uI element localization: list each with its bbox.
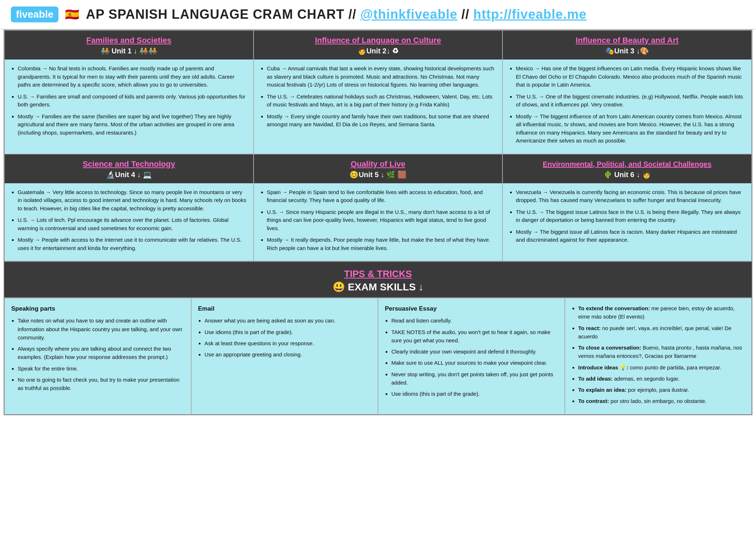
tips-grid: Speaking parts Take notes on what you ha… — [4, 298, 752, 415]
tips-speaking: Speaking parts Take notes on what you ha… — [4, 298, 191, 414]
list-item: To explain an idea: por ejemplo, para il… — [578, 386, 745, 394]
list-item: To close a conversation: Bueno, hasta pr… — [578, 343, 745, 360]
main-content-grid: Families and Societies 🧑‍🤝‍🧑 Unit 1 ↓ 🧑‍… — [4, 30, 752, 262]
list-item: Use an appropriate greeting and closing. — [205, 350, 371, 359]
website-link[interactable]: http://fiveable.me — [473, 7, 586, 22]
unit-6-header: Environmental, Political, and Societal C… — [503, 154, 751, 183]
list-item: Make sure to use ALL your sources to mak… — [391, 359, 558, 367]
list-item: Mostly → It really depends. Poor people … — [267, 236, 496, 252]
list-item: Read and listen carefully. — [391, 316, 558, 325]
unit-6-topic: Environmental, Political, and Societal C… — [543, 159, 712, 169]
unit-4-topic: Science and Technology — [83, 159, 175, 169]
logo: fiveable — [11, 6, 58, 22]
unit-3-cell: Influence of Beauty and Art 🎭Unit 3 ↓🎨 M… — [502, 30, 752, 154]
list-item: Mostly → The biggest influence of art fr… — [516, 113, 745, 145]
list-item: U.S. → Since many Hispanic people are il… — [267, 208, 496, 233]
unit-5-header: Quality of Live 😊Unit 5 ↓ 🌿 🟫 — [254, 154, 502, 183]
list-item: Answer what you are being asked as soon … — [205, 316, 371, 325]
tips-title: TIPS & TRICKS — [12, 268, 744, 280]
list-item: Speak for the entire time. — [18, 364, 184, 373]
list-item: To add ideas: ademas, en segundo lugar. — [578, 374, 745, 383]
list-item: U.S. → Families are small and composed o… — [18, 93, 247, 109]
list-item: Clearly indicate your own viewpoint and … — [391, 347, 558, 356]
twitter-handle[interactable]: @thinkfiveable — [360, 7, 457, 22]
unit-5-num: 😊Unit 5 ↓ 🌿 🟫 — [350, 170, 406, 179]
list-item: No one is going to fact check you, but t… — [18, 376, 184, 392]
list-item: Use idioms (this is part of the grade). — [205, 328, 371, 336]
list-item: To extend the conversation: me parece bi… — [578, 304, 745, 321]
list-item: TAKE NOTES of the audio, you won't get t… — [391, 328, 558, 345]
tips-email-title: Email — [198, 304, 371, 313]
list-item: The U.S. → Celebrates national holidays … — [267, 93, 496, 109]
unit-5-body: Spain → People in Spain tend to live com… — [254, 183, 502, 261]
list-item: Introduce ideas 💡: como punto de partida… — [578, 363, 745, 372]
list-item: Mostly → People with access to the inter… — [18, 236, 247, 252]
tips-header: TIPS & TRICKS 😃 EXAM SKILLS ↓ — [4, 262, 752, 298]
list-item: To contrast: por otro lado, sin embargo,… — [578, 397, 745, 405]
unit-6-cell: Environmental, Political, and Societal C… — [502, 154, 752, 262]
list-item: Ask at least three questions in your res… — [205, 339, 371, 347]
unit-2-header: Influence of Language on Culture 🧑Unit 2… — [254, 31, 502, 60]
list-item: Always specify where you are talking abo… — [18, 345, 184, 361]
unit-4-num: 🔬Unit 4 ↓ 💻 — [106, 170, 152, 179]
tips-essay: Persuasive Essay Read and listen careful… — [378, 298, 565, 414]
unit-4-cell: Science and Technology 🔬Unit 4 ↓ 💻 Guate… — [4, 154, 254, 262]
unit-1-cell: Families and Societies 🧑‍🤝‍🧑 Unit 1 ↓ 🧑‍… — [4, 30, 254, 154]
list-item: Never stop writing, you don't get points… — [391, 370, 558, 387]
unit-1-body: Colombia → No final tests in schools. Fa… — [5, 60, 253, 154]
list-item: The U.S. → One of the biggest cinematic … — [516, 93, 745, 109]
unit-5-topic: Quality of Live — [351, 159, 405, 169]
tips-essay-title: Persuasive Essay — [385, 304, 558, 313]
list-item: Guatemala → Very little access to techno… — [18, 188, 247, 213]
list-item: U.S. → Lots of tech. Ppl encourage its a… — [18, 216, 247, 232]
list-item: Take notes on what you have to say and c… — [18, 316, 184, 342]
flag-icon: 🇪🇸 — [65, 8, 79, 21]
list-item: Cuba → Annual carnivals that last a week… — [267, 65, 496, 89]
unit-6-body: Venezuela → Venezuela is currently facin… — [503, 183, 751, 261]
list-item: Use idioms (this is part of the grade). — [391, 390, 558, 398]
unit-1-num: 🧑‍🤝‍🧑 Unit 1 ↓ 🧑‍🤝‍🧑🧑‍🤝‍🧑 — [101, 47, 157, 55]
header: fiveable 🇪🇸 AP SPANISH LANGUAGE CRAM CHA… — [0, 0, 756, 30]
list-item: Mostly → The biggest issue all Latinos f… — [516, 228, 745, 244]
exam-skills-label: 😃 EXAM SKILLS ↓ — [12, 281, 744, 293]
unit-2-body: Cuba → Annual carnivals that last a week… — [254, 60, 502, 154]
unit-2-cell: Influence of Language on Culture 🧑Unit 2… — [254, 30, 503, 154]
unit-2-topic: Influence of Language on Culture — [315, 36, 441, 45]
list-item: Colombia → No final tests in schools. Fa… — [18, 65, 247, 89]
tips-email: Email Answer what you are being asked as… — [191, 298, 378, 414]
list-item: Mexico → Has one of the biggest influenc… — [516, 65, 745, 89]
list-item: Mostly → Families are the same (families… — [18, 113, 247, 137]
unit-1-topic: Families and Societies — [86, 36, 171, 45]
unit-4-header: Science and Technology 🔬Unit 4 ↓ 💻 — [5, 154, 253, 183]
tips-conversation: To extend the conversation: me parece bi… — [565, 298, 752, 414]
unit-1-header: Families and Societies 🧑‍🤝‍🧑 Unit 1 ↓ 🧑‍… — [5, 31, 253, 60]
list-item: The U.S. → The biggest issue Latinos fac… — [516, 208, 745, 224]
page-title: AP SPANISH LANGUAGE CRAM CHART // @think… — [86, 7, 586, 22]
unit-3-header: Influence of Beauty and Art 🎭Unit 3 ↓🎨 — [503, 31, 751, 60]
list-item: Mostly → Every single country and family… — [267, 113, 496, 129]
unit-2-num: 🧑Unit 2↓ ♻ — [357, 47, 399, 55]
list-item: To react: no puede ser!, vaya..es increí… — [578, 324, 745, 341]
unit-3-topic: Influence of Beauty and Art — [576, 36, 678, 45]
unit-5-cell: Quality of Live 😊Unit 5 ↓ 🌿 🟫 Spain → Pe… — [254, 154, 503, 262]
list-item: Spain → People in Spain tend to live com… — [267, 188, 496, 205]
list-item: Venezuela → Venezuela is currently facin… — [516, 188, 745, 205]
unit-4-body: Guatemala → Very little access to techno… — [5, 183, 253, 261]
unit-3-num: 🎭Unit 3 ↓🎨 — [605, 47, 649, 55]
tips-speaking-title: Speaking parts — [11, 304, 184, 313]
unit-3-body: Mexico → Has one of the biggest influenc… — [503, 60, 751, 154]
unit-6-num: 🌵 Unit 6 ↓ 🧑 — [603, 170, 651, 179]
